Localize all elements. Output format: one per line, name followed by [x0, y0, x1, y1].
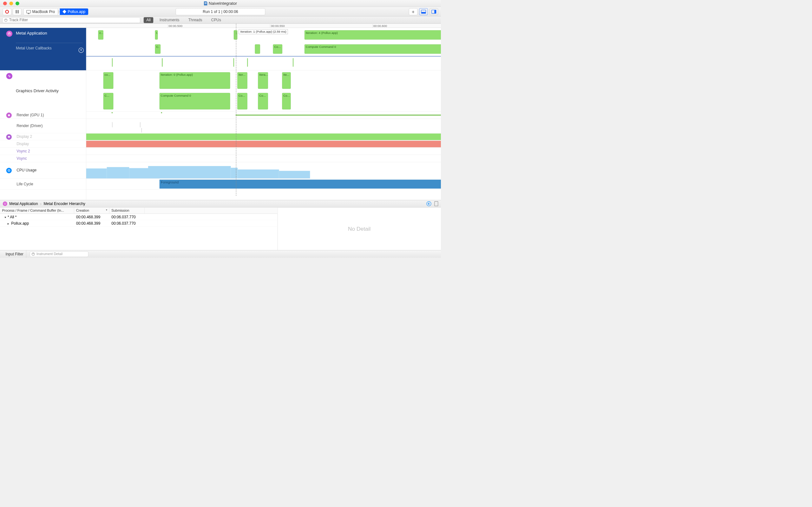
display-seg[interactable] — [86, 141, 441, 147]
timeline-segment[interactable]: Iteration: 0 (Pollux.app) — [159, 72, 230, 89]
track-render-gpu[interactable]: Render (GPU 1) — [0, 112, 86, 119]
tab-all[interactable]: All — [144, 17, 154, 23]
timeline-segment[interactable]: c... — [98, 31, 103, 40]
track-vsync2[interactable]: Vsync 2 — [0, 148, 86, 155]
timeline-segment[interactable]: Itera... — [258, 72, 268, 89]
driver-seg[interactable] — [141, 128, 142, 132]
cpu-seg — [107, 167, 130, 178]
timeline-segment[interactable]: co... — [103, 72, 113, 89]
extended-detail-icon[interactable]: E — [426, 201, 431, 206]
callback-seg[interactable] — [293, 58, 293, 67]
device-crumb[interactable]: MacBook Pro — [23, 8, 58, 15]
timeline-segment[interactable]: C. — [155, 44, 160, 54]
disclosure-right-icon[interactable] — [8, 223, 10, 224]
track-graphics-driver[interactable]: Graphics Driver Activity — [0, 70, 86, 112]
cpu-seg — [279, 171, 310, 178]
render-seg[interactable] — [161, 112, 162, 113]
svg-rect-2 — [8, 136, 10, 137]
callback-seg[interactable] — [112, 58, 113, 67]
track-title: CPU Usage — [16, 168, 86, 172]
track-render-driver[interactable]: Render (Driver) — [0, 119, 86, 133]
col-process[interactable]: Process / Frame / Command Buffer (In... — [0, 208, 74, 214]
timeline-segment[interactable]: I... — [155, 31, 158, 40]
timeline-segment[interactable]: Co... — [282, 93, 291, 109]
input-filter-button[interactable]: Input Filter — [3, 250, 26, 258]
timeline-segment[interactable]: Ite... — [282, 72, 291, 89]
timeline-segment[interactable] — [255, 44, 260, 54]
track-cpu-usage[interactable]: CPU Usage — [0, 162, 86, 179]
add-instrument-button[interactable]: ＋ — [409, 8, 417, 15]
timeline-segment[interactable]: Iter... — [237, 72, 247, 89]
detail-body: Process / Frame / Command Buffer (In... … — [0, 208, 441, 250]
record-button[interactable] — [3, 8, 11, 15]
render-seg[interactable] — [112, 112, 113, 113]
playhead[interactable] — [236, 24, 236, 196]
lane-gda-2: C...Compute Command 0Co...Co...Co... — [86, 91, 441, 112]
cpu-seg — [238, 170, 279, 178]
track-metal-application[interactable]: Metal Application Metal User Callbacks + — [0, 28, 86, 70]
track-subtitle: Metal User Callbacks — [16, 43, 83, 50]
tab-instruments[interactable]: Instruments — [157, 17, 182, 23]
detail-table[interactable]: Process / Frame / Command Buffer (In... … — [0, 208, 277, 250]
timeline-segment[interactable]: C... — [103, 93, 113, 109]
driver-seg[interactable] — [140, 122, 141, 127]
tab-threads[interactable]: Threads — [186, 17, 205, 23]
view-split-icon — [432, 10, 436, 14]
svg-point-5 — [9, 170, 9, 171]
document-icon[interactable] — [434, 201, 438, 206]
callback-seg[interactable] — [247, 58, 248, 67]
timeline-segment[interactable]: Compute Command 0 — [305, 44, 441, 54]
detail-crumb-1[interactable]: Metal Application — [9, 202, 38, 206]
detail-crumb-2[interactable]: Metal Encoder Hierarchy — [44, 202, 85, 206]
driver-seg[interactable] — [112, 122, 113, 127]
callback-seg[interactable] — [162, 58, 162, 67]
timeline-segment[interactable]: Compute Command 0 — [159, 93, 230, 109]
run-status[interactable]: Run 1 of 1 | 00:00:06 — [176, 8, 265, 15]
view-bottom-icon — [421, 10, 426, 14]
row-label: * All * — [8, 215, 17, 219]
lane-vsync2 — [86, 148, 441, 155]
add-subtrack-button[interactable]: + — [79, 48, 84, 53]
display-seg[interactable] — [86, 133, 441, 140]
target-breadcrumb[interactable]: MacBook Pro Pollux.app — [23, 8, 89, 15]
foreground-seg[interactable]: Foreground — [159, 180, 441, 188]
lane-vsync — [86, 155, 441, 162]
timeline-segment[interactable]: Co... — [237, 93, 247, 109]
lane-life-cycle: Foreground — [86, 179, 441, 190]
cpu-seg — [148, 166, 231, 178]
app-crumb[interactable]: Pollux.app — [60, 8, 88, 15]
table-row[interactable]: Pollux.app00:00.468.39900:06.037.770 — [0, 220, 277, 227]
tab-cpus[interactable]: CPUs — [208, 17, 224, 23]
track-life-cycle[interactable]: Life Cycle — [0, 179, 86, 190]
track-filter-input[interactable] — [9, 18, 138, 22]
cell-creation: 00:00.468.399 — [74, 220, 109, 227]
zoom-window-button[interactable] — [15, 2, 19, 5]
track-filter-field[interactable] — [3, 17, 140, 23]
pause-button[interactable] — [13, 8, 21, 15]
track-display2[interactable]: Display 2 — [0, 133, 86, 140]
lane-display2 — [86, 133, 441, 140]
timeline-segment[interactable]: Co... — [258, 93, 268, 109]
col-submission[interactable]: Submission — [109, 208, 145, 214]
track-display[interactable]: Display — [0, 140, 86, 148]
callback-seg[interactable] — [234, 58, 234, 67]
table-header: Process / Frame / Command Buffer (In... … — [0, 208, 277, 214]
track-vsync[interactable]: Vsync — [0, 155, 86, 162]
timeline-content[interactable]: 00:00.450 00:00.500 00:00.550 00:00.600 … — [86, 24, 441, 200]
col-creation[interactable]: Creation▾ — [74, 208, 109, 214]
view-mode-bottom-button[interactable] — [419, 8, 428, 15]
render-seg[interactable] — [236, 115, 441, 116]
view-mode-split-button[interactable] — [429, 8, 438, 15]
lane-metal-callbacks — [86, 56, 441, 70]
time-ruler[interactable]: 00:00.450 00:00.500 00:00.550 00:00.600 — [86, 24, 441, 28]
svg-point-6 — [4, 203, 6, 205]
instrument-detail-placeholder: Instrument Detail — [37, 252, 62, 256]
table-row[interactable]: * All *00:00.468.39900:06.037.770 — [0, 214, 277, 220]
disclosure-down-icon[interactable] — [4, 217, 6, 218]
timeline-segment[interactable]: Co... — [273, 44, 282, 54]
cell-creation: 00:00.468.399 — [74, 214, 109, 220]
instrument-detail-field[interactable]: Instrument Detail — [30, 251, 89, 257]
minimize-window-button[interactable] — [9, 2, 13, 5]
timeline-segment[interactable]: Iteration: 4 (Pollux.app) — [305, 31, 441, 40]
close-window-button[interactable] — [3, 2, 7, 5]
